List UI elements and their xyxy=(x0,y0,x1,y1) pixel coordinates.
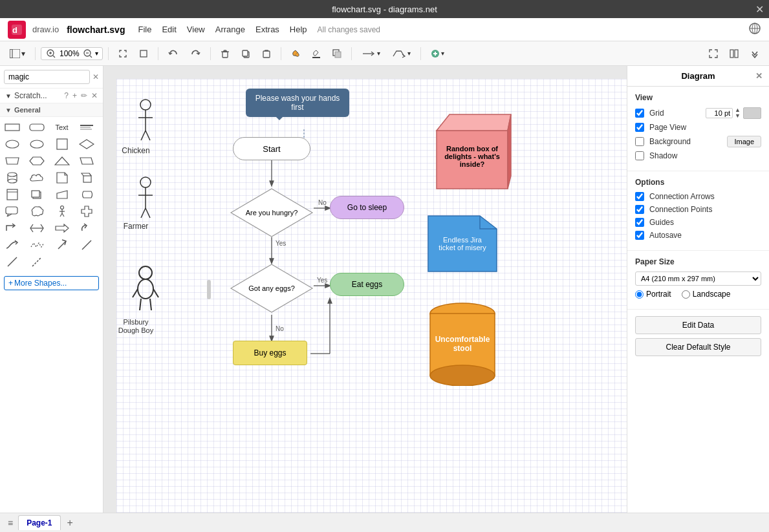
shape-diagonal-arrow[interactable] xyxy=(52,237,72,253)
scratch-close-icon[interactable]: ✕ xyxy=(91,91,98,100)
shape-rect2[interactable] xyxy=(3,187,22,202)
shape-zigzag-line[interactable] xyxy=(27,237,47,253)
more-shapes-button[interactable]: + More Shapes... xyxy=(4,276,99,290)
shape-curved-arrow[interactable] xyxy=(77,220,96,236)
close-button[interactable]: ✕ xyxy=(755,3,764,16)
shape-note[interactable] xyxy=(52,170,72,186)
node-start[interactable]: Start xyxy=(233,137,310,160)
tab-add-button[interactable]: + xyxy=(63,517,77,529)
grid-color-swatch[interactable] xyxy=(743,107,761,119)
clear-default-style-button[interactable]: Clear Default Style xyxy=(635,338,761,356)
grid-down-button[interactable]: ▼ xyxy=(735,113,741,119)
shape-double-arrow[interactable] xyxy=(27,220,47,236)
shape-line[interactable] xyxy=(77,237,96,253)
canvas-background[interactable]: Chicken Farmer xyxy=(116,79,627,513)
expand-button[interactable] xyxy=(704,47,722,61)
shape-ellipse2[interactable] xyxy=(27,136,47,152)
shape-dashed-line[interactable] xyxy=(27,254,47,270)
menu-view[interactable]: View xyxy=(187,25,205,34)
undo-button[interactable] xyxy=(164,47,183,61)
shape-stored-data[interactable] xyxy=(77,187,96,202)
panel-close-button[interactable]: ✕ xyxy=(755,71,763,81)
shadow-checkbox[interactable] xyxy=(635,151,644,160)
grid-checkbox[interactable] xyxy=(635,109,644,118)
shape-hexagon[interactable] xyxy=(27,153,47,169)
scratch-add-icon[interactable]: + xyxy=(72,91,77,100)
shape-speech-bubble[interactable] xyxy=(3,204,22,219)
node-buy-eggs[interactable]: Buy eggs xyxy=(233,341,307,365)
connection-button[interactable]: ▾ xyxy=(357,47,385,61)
zoom-out-button[interactable] xyxy=(82,49,94,58)
fill-color-button[interactable] xyxy=(287,47,305,61)
shape-text[interactable]: Text xyxy=(52,120,72,135)
shape-ellipse[interactable] xyxy=(3,136,22,152)
canvas-area[interactable]: Chicken Farmer xyxy=(103,66,627,513)
node-eggs[interactable]: Got any eggs? xyxy=(230,263,314,314)
shape-parallelogram[interactable] xyxy=(77,153,96,169)
shape-triangle[interactable] xyxy=(52,153,72,169)
node-sleep[interactable]: Go to sleep xyxy=(330,196,404,219)
shape-diamond[interactable] xyxy=(77,136,96,152)
shape-thought-bubble[interactable] xyxy=(27,204,47,219)
scratch-help-icon[interactable]: ? xyxy=(64,91,69,100)
landscape-radio[interactable] xyxy=(682,290,690,299)
page-view-checkbox[interactable] xyxy=(635,123,644,132)
menu-help[interactable]: Help xyxy=(290,25,307,34)
shape-cube[interactable] xyxy=(77,170,96,186)
tab-page-1[interactable]: Page-1 xyxy=(18,515,60,530)
shape-trapezoid[interactable] xyxy=(3,153,22,169)
menu-arrange[interactable]: Arrange xyxy=(215,25,245,34)
delete-button[interactable] xyxy=(216,47,234,61)
shape-bent-arrow[interactable] xyxy=(3,220,22,236)
globe-button[interactable] xyxy=(748,22,761,37)
waypoint-button[interactable]: ▾ xyxy=(387,47,415,61)
shape-cross[interactable] xyxy=(77,204,96,219)
copy-button[interactable] xyxy=(237,47,255,61)
speech-bubble-node[interactable]: Please wash your hands first xyxy=(246,89,349,117)
line-color-button[interactable] xyxy=(307,47,325,61)
background-image-button[interactable]: Image xyxy=(727,136,761,147)
search-clear-button[interactable]: ✕ xyxy=(92,72,99,81)
collapse-panel-button[interactable] xyxy=(746,47,764,61)
zoom-reset-button[interactable] xyxy=(135,47,153,61)
zoom-fit-button[interactable] xyxy=(114,47,132,61)
panel-resize-handle[interactable] xyxy=(207,280,211,299)
paste-button[interactable] xyxy=(257,47,276,61)
node-hungry[interactable]: Are you hungry? xyxy=(230,187,314,238)
shape-cloud[interactable] xyxy=(27,170,47,186)
shape-cylinder[interactable] xyxy=(3,170,22,186)
menu-edit[interactable]: Edit xyxy=(162,25,176,34)
node-jira[interactable]: Endless Jira ticket of misery xyxy=(427,215,498,273)
panel-toggle-button[interactable]: ▾ xyxy=(5,47,30,61)
edit-data-button[interactable]: Edit Data xyxy=(635,316,761,334)
shape-s-arrow[interactable] xyxy=(3,237,22,253)
connection-points-checkbox[interactable] xyxy=(635,205,644,214)
view-toggle-button[interactable] xyxy=(725,47,743,61)
scratch-edit-icon[interactable]: ✏ xyxy=(81,91,87,100)
search-input[interactable] xyxy=(4,70,90,84)
portrait-radio[interactable] xyxy=(635,290,644,299)
node-random-box[interactable]: Random box of delights - what's inside? xyxy=(427,108,517,192)
background-checkbox[interactable] xyxy=(635,137,644,146)
menu-file[interactable]: File xyxy=(138,25,151,34)
shape-person[interactable] xyxy=(52,204,72,219)
zoom-in-button[interactable] xyxy=(45,49,57,58)
guides-checkbox[interactable] xyxy=(635,218,644,227)
shape-manual-input[interactable] xyxy=(52,187,72,202)
shape-arrow-right[interactable] xyxy=(52,220,72,236)
node-eat-eggs[interactable]: Eat eggs xyxy=(330,273,404,296)
tab-menu-button[interactable]: ≡ xyxy=(5,518,16,528)
menu-extras[interactable]: Extras xyxy=(255,25,279,34)
shape-rounded-rect[interactable] xyxy=(27,120,47,135)
shape-rect[interactable] xyxy=(3,120,22,135)
shape-cube2[interactable] xyxy=(27,187,47,202)
connection-arrows-checkbox[interactable] xyxy=(635,192,644,201)
shapes-group-general[interactable]: ▼ General xyxy=(0,103,103,117)
zoom-dropdown-arrow[interactable]: ▾ xyxy=(95,50,98,57)
paper-size-select[interactable]: A4 (210 mm x 297 mm) xyxy=(635,271,761,286)
shape-heading[interactable] xyxy=(77,120,96,135)
grid-value-input[interactable] xyxy=(706,108,733,118)
autosave-checkbox[interactable] xyxy=(635,231,644,240)
shape-square[interactable] xyxy=(52,136,72,152)
redo-button[interactable] xyxy=(186,47,205,61)
